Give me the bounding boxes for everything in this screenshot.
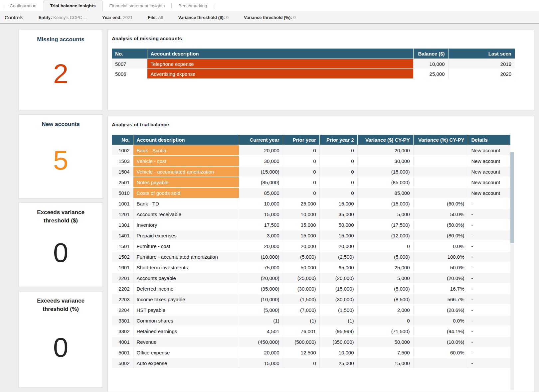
tab-financial-statement-insights[interactable]: Financial statement insights	[103, 0, 172, 11]
variance-percent-cell: (10.0%)	[413, 336, 468, 347]
year-end-field[interactable]: Year end:2021	[102, 15, 132, 20]
current-year-cell: 15,000	[239, 209, 283, 219]
prior-year-2-cell: 65,000	[319, 262, 357, 273]
exceeds-variance-percent-value-wrap: 0	[19, 313, 102, 387]
analysis-column: Analysis of missing accounts No. Account…	[107, 30, 535, 392]
prior-year-2-cell: 15,000	[319, 198, 357, 209]
kpi-column: Missing accounts 2 New accounts 5 Exceed…	[18, 30, 103, 392]
details-cell: -	[468, 347, 510, 358]
account-description-cell: Vehicle - cost	[133, 156, 239, 166]
account-number-cell: 1001	[112, 198, 133, 209]
prior-year-cell: (500,000)	[283, 336, 319, 347]
details-cell: -	[468, 219, 510, 230]
table-row: 5007Telephone expense10,0002019	[112, 59, 515, 69]
details-cell: New account	[468, 145, 510, 156]
current-year-cell: 20,000	[239, 241, 283, 251]
prior-year-2-cell: (95,999)	[319, 326, 357, 336]
details-cell: -	[468, 326, 510, 336]
entity-field[interactable]: Entity:Kenny's CCPC ...	[39, 15, 87, 20]
prior-year-cell: (1,500)	[283, 294, 319, 305]
missing-accounts-card: Missing accounts 2	[18, 30, 103, 110]
variance-percent-cell: 50.0%	[413, 209, 468, 219]
details-cell: New account	[468, 177, 510, 188]
prior-year-cell: (1)	[283, 315, 319, 326]
prior-year-2-cell: 25,000	[319, 358, 357, 368]
column-header-prior-year-2: Prior year 2	[319, 135, 357, 145]
variance-dollar-cell: (85,000)	[357, 177, 413, 188]
account-number-cell: 5010	[112, 188, 133, 198]
current-year-cell: 15,000	[239, 358, 283, 368]
prior-year-cell: 76,001	[283, 326, 319, 336]
column-header-details: Details	[468, 135, 510, 145]
last-seen-cell: 2019	[448, 59, 515, 69]
prior-year-cell: 0	[283, 358, 319, 368]
account-description-cell: Furniture - cost	[133, 241, 239, 251]
variance-threshold-percent-field[interactable]: Variance threshold (%):0	[244, 15, 296, 20]
details-cell: -	[468, 230, 510, 241]
prior-year-cell: 35,000	[283, 219, 319, 230]
prior-year-2-cell: 35,000	[319, 209, 357, 219]
account-number-cell: 1601	[112, 262, 133, 273]
account-description-cell: Inventory	[133, 219, 239, 230]
entity-value: Kenny's CCPC ...	[53, 15, 87, 20]
details-cell: -	[468, 294, 510, 305]
prior-year-cell: 12,500	[283, 347, 319, 358]
tab-benchmarking[interactable]: Benchmarking	[172, 0, 214, 11]
controls-label: Controls	[5, 15, 23, 20]
table-row: 1301Inventory17,50035,00050,000(17,500)(…	[112, 219, 510, 230]
variance-threshold-dollar-value: 0	[226, 15, 229, 20]
prior-year-2-cell: 20,000	[319, 241, 357, 251]
table-row: 5002Auto expense15,000025,00015,000-	[112, 358, 510, 368]
account-number-cell: 2501	[112, 177, 133, 188]
table-row: 1002Bank - Scotia20,0000020,000New accou…	[112, 145, 510, 156]
missing-accounts-header-row: No. Account description Balance ($) Last…	[112, 49, 515, 59]
account-number-cell: 5002	[112, 358, 133, 368]
variance-percent-cell: 0.0%	[413, 315, 468, 326]
details-cell: -	[468, 209, 510, 219]
missing-accounts-panel-title: Analysis of missing accounts	[112, 36, 530, 41]
tab-configuration[interactable]: Configuration	[3, 0, 43, 11]
account-number-cell: 1504	[112, 166, 133, 177]
main-content: Missing accounts 2 New accounts 5 Exceed…	[0, 24, 539, 392]
prior-year-2-cell: 0	[319, 145, 357, 156]
details-cell: -	[468, 283, 510, 294]
table-row: 1201Accounts receivable15,00010,00035,00…	[112, 209, 510, 219]
account-number-cell: 1301	[112, 219, 133, 230]
column-header-prior-year: Prior year	[283, 135, 319, 145]
file-field[interactable]: File:All	[148, 15, 163, 20]
variance-percent-cell: 566.7%	[413, 294, 468, 305]
trial-balance-scrollbar[interactable]	[510, 152, 514, 390]
details-cell: New account	[468, 188, 510, 198]
current-year-cell: 85,000	[239, 188, 283, 198]
prior-year-cell: 50,000	[283, 262, 319, 273]
prior-year-cell: 0	[283, 188, 319, 198]
current-year-cell: (85,000)	[239, 177, 283, 188]
trial-balance-scrollbar-thumb[interactable]	[510, 152, 514, 243]
variance-threshold-percent-label: Variance threshold (%):	[244, 15, 292, 20]
exceeds-variance-dollar-value-wrap: 0	[19, 225, 102, 287]
table-row: 2201Accounts payable(20,000)(25,000)(20,…	[112, 273, 510, 283]
account-description-cell: Telephone expense	[147, 59, 413, 69]
variance-dollar-cell: (8,500)	[357, 294, 413, 305]
year-end-value: 2021	[123, 15, 133, 20]
prior-year-2-cell: (1,500)	[319, 305, 357, 315]
variance-dollar-cell: (71,500)	[357, 326, 413, 336]
tab-trial-balance-insights[interactable]: Trial balance insights	[43, 0, 102, 11]
account-description-cell: Auto expense	[133, 358, 239, 368]
table-row: 3302Retained earnings4,50176,001(95,999)…	[112, 326, 510, 336]
current-year-cell: (1)	[239, 315, 283, 326]
table-row: 1504Vehicle - accumulated amortization(1…	[112, 166, 510, 177]
variance-threshold-dollar-field[interactable]: Variance threshold ($):0	[178, 15, 229, 20]
variance-percent-cell	[413, 145, 468, 156]
prior-year-2-cell: 0	[319, 166, 357, 177]
current-year-cell: 20,000	[239, 145, 283, 156]
trial-balance-panel: Analysis of trial balance No. Account de…	[107, 116, 535, 392]
column-header-balance: Balance ($)	[413, 49, 448, 59]
prior-year-2-cell: 0	[319, 177, 357, 188]
prior-year-cell: 0	[283, 145, 319, 156]
balance-cell: 25,000	[413, 69, 448, 79]
current-year-cell: 75,000	[239, 262, 283, 273]
variance-percent-cell: 60.0%	[413, 347, 468, 358]
account-description-cell: Income taxes payable	[133, 294, 239, 305]
prior-year-2-cell: 50,000	[319, 219, 357, 230]
